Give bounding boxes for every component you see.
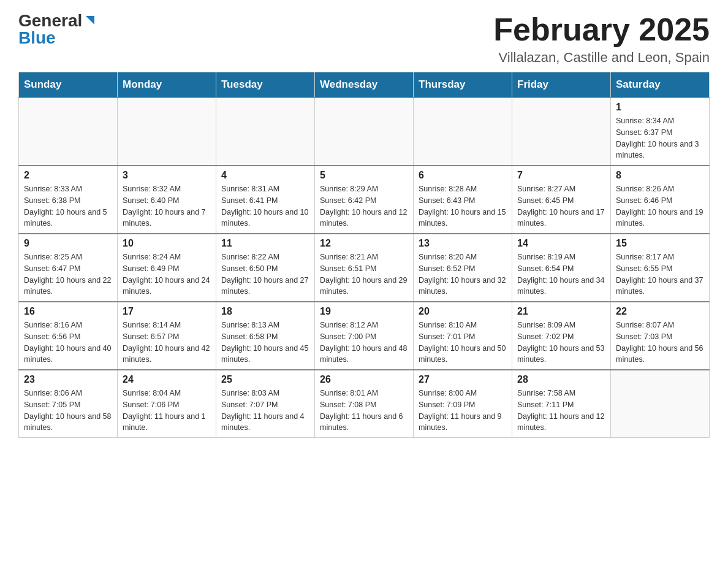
day-info: Sunrise: 8:34 AMSunset: 6:37 PMDaylight:… (616, 115, 704, 161)
day-info: Sunrise: 8:04 AMSunset: 7:06 PMDaylight:… (123, 388, 211, 434)
day-number: 1 (616, 102, 704, 113)
day-info: Sunrise: 8:07 AMSunset: 7:03 PMDaylight:… (616, 320, 704, 366)
logo-general: General (18, 12, 82, 29)
day-info: Sunrise: 8:29 AMSunset: 6:42 PMDaylight:… (320, 183, 408, 229)
day-number: 24 (123, 374, 211, 385)
day-number: 8 (616, 170, 704, 181)
calendar-cell: 11Sunrise: 8:22 AMSunset: 6:50 PMDayligh… (216, 234, 315, 302)
weekday-header-monday: Monday (118, 72, 216, 98)
calendar-cell: 25Sunrise: 8:03 AMSunset: 7:07 PMDayligh… (216, 370, 315, 438)
week-row-1: 1Sunrise: 8:34 AMSunset: 6:37 PMDaylight… (19, 98, 710, 166)
day-number: 16 (24, 306, 112, 317)
day-info: Sunrise: 8:24 AMSunset: 6:49 PMDaylight:… (123, 251, 211, 297)
day-number: 28 (517, 374, 605, 385)
calendar-cell: 20Sunrise: 8:10 AMSunset: 7:01 PMDayligh… (414, 302, 512, 370)
calendar-cell: 26Sunrise: 8:01 AMSunset: 7:08 PMDayligh… (315, 370, 414, 438)
calendar-cell: 2Sunrise: 8:33 AMSunset: 6:38 PMDaylight… (19, 166, 118, 234)
day-number: 10 (123, 238, 211, 249)
day-number: 4 (221, 170, 309, 181)
calendar-cell: 27Sunrise: 8:00 AMSunset: 7:09 PMDayligh… (414, 370, 512, 438)
day-number: 7 (517, 170, 605, 181)
month-year-title: February 2025 (493, 12, 710, 47)
day-number: 19 (320, 306, 408, 317)
page-header: General Blue February 2025 Villalazan, C… (18, 12, 710, 66)
day-info: Sunrise: 8:20 AMSunset: 6:52 PMDaylight:… (419, 251, 507, 297)
calendar-cell: 12Sunrise: 8:21 AMSunset: 6:51 PMDayligh… (315, 234, 414, 302)
day-info: Sunrise: 8:01 AMSunset: 7:08 PMDaylight:… (320, 388, 408, 434)
day-number: 27 (419, 374, 507, 385)
day-number: 14 (517, 238, 605, 249)
day-info: Sunrise: 8:25 AMSunset: 6:47 PMDaylight:… (24, 251, 112, 297)
day-info: Sunrise: 8:33 AMSunset: 6:38 PMDaylight:… (24, 183, 112, 229)
day-info: Sunrise: 8:16 AMSunset: 6:56 PMDaylight:… (24, 320, 112, 366)
day-number: 15 (616, 238, 704, 249)
weekday-header-sunday: Sunday (19, 72, 118, 98)
calendar-cell: 8Sunrise: 8:26 AMSunset: 6:46 PMDaylight… (611, 166, 710, 234)
day-info: Sunrise: 8:28 AMSunset: 6:43 PMDaylight:… (419, 183, 507, 229)
calendar-cell: 1Sunrise: 8:34 AMSunset: 6:37 PMDaylight… (611, 98, 710, 166)
title-section: February 2025 Villalazan, Castille and L… (493, 12, 710, 66)
day-info: Sunrise: 8:32 AMSunset: 6:40 PMDaylight:… (123, 183, 211, 229)
day-number: 3 (123, 170, 211, 181)
calendar-cell: 13Sunrise: 8:20 AMSunset: 6:52 PMDayligh… (414, 234, 512, 302)
day-info: Sunrise: 8:00 AMSunset: 7:09 PMDaylight:… (419, 388, 507, 434)
day-number: 11 (221, 238, 309, 249)
weekday-header-friday: Friday (512, 72, 611, 98)
day-info: Sunrise: 8:26 AMSunset: 6:46 PMDaylight:… (616, 183, 704, 229)
calendar-cell (19, 98, 118, 166)
calendar-cell: 16Sunrise: 8:16 AMSunset: 6:56 PMDayligh… (19, 302, 118, 370)
week-row-3: 9Sunrise: 8:25 AMSunset: 6:47 PMDaylight… (19, 234, 710, 302)
calendar-cell: 6Sunrise: 8:28 AMSunset: 6:43 PMDaylight… (414, 166, 512, 234)
week-row-4: 16Sunrise: 8:16 AMSunset: 6:56 PMDayligh… (19, 302, 710, 370)
calendar-cell: 19Sunrise: 8:12 AMSunset: 7:00 PMDayligh… (315, 302, 414, 370)
day-info: Sunrise: 8:12 AMSunset: 7:00 PMDaylight:… (320, 320, 408, 366)
calendar-cell (118, 98, 216, 166)
calendar-table: SundayMondayTuesdayWednesdayThursdayFrid… (18, 72, 710, 438)
calendar-cell: 10Sunrise: 8:24 AMSunset: 6:49 PMDayligh… (118, 234, 216, 302)
day-number: 21 (517, 306, 605, 317)
day-info: Sunrise: 8:31 AMSunset: 6:41 PMDaylight:… (221, 183, 309, 229)
day-info: Sunrise: 8:22 AMSunset: 6:50 PMDaylight:… (221, 251, 309, 297)
day-info: Sunrise: 8:19 AMSunset: 6:54 PMDaylight:… (517, 251, 605, 297)
logo-triangle-icon (83, 13, 97, 27)
location-subtitle: Villalazan, Castille and Leon, Spain (493, 50, 710, 66)
day-info: Sunrise: 8:03 AMSunset: 7:07 PMDaylight:… (221, 388, 309, 434)
calendar-cell: 15Sunrise: 8:17 AMSunset: 6:55 PMDayligh… (611, 234, 710, 302)
day-info: Sunrise: 7:58 AMSunset: 7:11 PMDaylight:… (517, 388, 605, 434)
calendar-cell: 14Sunrise: 8:19 AMSunset: 6:54 PMDayligh… (512, 234, 611, 302)
calendar-cell (315, 98, 414, 166)
day-number: 18 (221, 306, 309, 317)
week-row-5: 23Sunrise: 8:06 AMSunset: 7:05 PMDayligh… (19, 370, 710, 438)
day-number: 2 (24, 170, 112, 181)
calendar-cell: 17Sunrise: 8:14 AMSunset: 6:57 PMDayligh… (118, 302, 216, 370)
day-number: 26 (320, 374, 408, 385)
weekday-header-thursday: Thursday (414, 72, 512, 98)
weekday-header-wednesday: Wednesday (315, 72, 414, 98)
calendar-cell: 23Sunrise: 8:06 AMSunset: 7:05 PMDayligh… (19, 370, 118, 438)
day-info: Sunrise: 8:17 AMSunset: 6:55 PMDaylight:… (616, 251, 704, 297)
week-row-2: 2Sunrise: 8:33 AMSunset: 6:38 PMDaylight… (19, 166, 710, 234)
day-number: 5 (320, 170, 408, 181)
day-info: Sunrise: 8:27 AMSunset: 6:45 PMDaylight:… (517, 183, 605, 229)
day-info: Sunrise: 8:06 AMSunset: 7:05 PMDaylight:… (24, 388, 112, 434)
day-number: 22 (616, 306, 704, 317)
day-number: 17 (123, 306, 211, 317)
calendar-cell: 21Sunrise: 8:09 AMSunset: 7:02 PMDayligh… (512, 302, 611, 370)
calendar-cell: 4Sunrise: 8:31 AMSunset: 6:41 PMDaylight… (216, 166, 315, 234)
calendar-cell (216, 98, 315, 166)
calendar-cell (611, 370, 710, 438)
calendar-cell: 5Sunrise: 8:29 AMSunset: 6:42 PMDaylight… (315, 166, 414, 234)
day-number: 23 (24, 374, 112, 385)
calendar-cell: 22Sunrise: 8:07 AMSunset: 7:03 PMDayligh… (611, 302, 710, 370)
day-number: 6 (419, 170, 507, 181)
logo: General Blue (18, 12, 97, 47)
day-info: Sunrise: 8:14 AMSunset: 6:57 PMDaylight:… (123, 320, 211, 366)
logo-blue: Blue (18, 29, 56, 47)
day-info: Sunrise: 8:10 AMSunset: 7:01 PMDaylight:… (419, 320, 507, 366)
calendar-cell: 3Sunrise: 8:32 AMSunset: 6:40 PMDaylight… (118, 166, 216, 234)
calendar-cell (512, 98, 611, 166)
calendar-cell (414, 98, 512, 166)
day-number: 12 (320, 238, 408, 249)
day-number: 20 (419, 306, 507, 317)
day-number: 9 (24, 238, 112, 249)
